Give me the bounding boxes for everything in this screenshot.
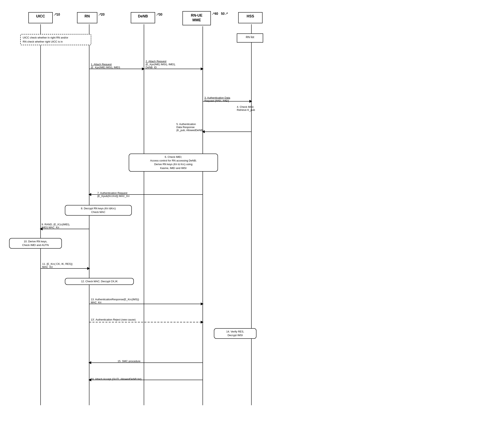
- diagram-svg: [0, 0, 504, 435]
- entity-denb: DeNB: [131, 12, 155, 23]
- box-uicc-check: UICC check whether in right RN and/orRN …: [20, 34, 91, 45]
- entity-rn-label: RN: [85, 14, 90, 18]
- decrypt8-text: 8. Decrypt RN keys (Kri &Krc)Check MAC: [81, 207, 116, 213]
- svg-marker-24: [88, 361, 91, 364]
- verify14-text: 14. Verify RES,Decrypt IMSI: [226, 330, 244, 337]
- svg-marker-8: [201, 67, 204, 70]
- box-rn-list: RN list: [237, 33, 263, 43]
- msg15-label: 15. SMC procedure: [117, 357, 141, 363]
- entity-rnuemme: RN-UEMME: [182, 11, 211, 25]
- msg9-label: 9. RAND, {E_K1c(IMEI),IMEI} MAC_Kri: [42, 220, 70, 229]
- check6-text: 6. Check IMEI;Access control for RN acce…: [150, 155, 197, 169]
- box-check6: 6. Check IMEI;Access control for RN acce…: [129, 154, 218, 172]
- box-check12: 12. Check MAC; Decrypt CK,IK: [65, 278, 134, 285]
- entity-rnuemme-label: RN-UEMME: [191, 13, 203, 22]
- msg1-label: 1. Attach Request{E_Kpr(IME| IMSI), IMEI…: [91, 60, 120, 69]
- rn-list-text: RN list: [246, 36, 254, 39]
- derive10-text: 10. Derive RN keys,Check IMEI and AUTN: [22, 240, 49, 247]
- msg11-label: 11. {E_Krc( CK, IK, RES)}MAC_Kri: [42, 259, 72, 268]
- entity-hss: HSS: [238, 12, 262, 23]
- check12-text: 12. Check MAC; Decrypt CK,IK: [81, 280, 118, 283]
- svg-marker-14: [88, 193, 91, 196]
- box-verify14: 14. Verify RES,Decrypt IMSI: [214, 328, 256, 339]
- uicc-check-text: UICC check whether in right RN and/orRN …: [23, 36, 68, 43]
- svg-marker-22: [201, 321, 204, 324]
- msg7-label: 7. Authentication Request{E_Kpub(Kri,Krd…: [97, 188, 130, 197]
- msg13-label: 13. AuthenticationResponse{E_Krc(IMS)}MA…: [91, 295, 139, 304]
- msg16-label: 16. Attach Accept (GUTI, AllowedDeNB lis…: [91, 374, 142, 381]
- svg-marker-6: [142, 67, 145, 70]
- ref-30: ↗30: [156, 12, 162, 17]
- entity-rn: RN: [77, 12, 97, 23]
- box-decrypt8: 8. Decrypt RN keys (Kri &Krc)Check MAC: [65, 205, 132, 216]
- msg2-label: 2. Attach Request{E_Kpr(IME| IMSI), IMEI…: [145, 57, 176, 69]
- ref-50: 50↗: [221, 11, 228, 16]
- diagram-container: UICC ↗10 RN ↗20 DeNB ↗30 RN-UEMME ↗40 50…: [0, 0, 504, 435]
- entity-hss-label: HSS: [246, 14, 254, 18]
- svg-marker-20: [201, 302, 204, 305]
- msg3-label: 3. Authentication DataRequest {IMSI, IME…: [204, 93, 230, 102]
- svg-marker-18: [87, 267, 90, 270]
- ref-10: ↗10: [53, 12, 60, 17]
- msg4-label: 4. Check IMSI;Retrieve K_pub: [237, 102, 255, 111]
- entity-uicc: UICC: [28, 12, 53, 23]
- entity-uicc-label: UICC: [36, 14, 45, 18]
- ref-20: ↗20: [98, 12, 105, 17]
- msg5-label: 5. AuthenticationData Response{K_pub, Al…: [176, 120, 203, 132]
- box-derive10: 10. Derive RN keys,Check IMEI and AUTN: [9, 238, 62, 249]
- ref-40: ↗40: [211, 11, 218, 16]
- msg13p-label: 13'. Authentication Reject (new cause): [91, 315, 136, 321]
- entity-denb-label: DeNB: [138, 14, 148, 18]
